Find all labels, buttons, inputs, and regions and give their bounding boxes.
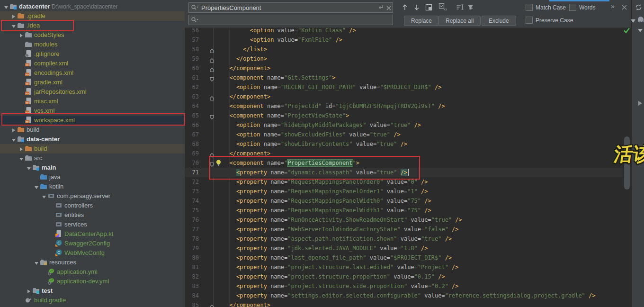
tree-row-java[interactable]: java: [0, 172, 185, 182]
code-line-62[interactable]: 62 <option name="RECENT_GIT_ROOT_PATH" v…: [185, 82, 623, 92]
code-line-68[interactable]: 68 <option name="showLibraryContents" va…: [185, 139, 623, 149]
match-case-checkbox[interactable]: Match Case: [526, 4, 566, 11]
tree-row-resources[interactable]: resources: [0, 258, 185, 267]
tree-row-compiler.xml[interactable]: <>compiler.xml: [0, 59, 185, 68]
newline-icon[interactable]: [377, 4, 384, 13]
sync-reload-icon[interactable]: [635, 3, 643, 13]
tree-row-.idea[interactable]: .idea: [0, 21, 185, 30]
code-line-71[interactable]: 71 <property name="dynamic.classpath" va…: [185, 168, 623, 177]
dropdown-arrow-icon[interactable]: [631, 16, 635, 25]
tree-row-WebMvcConfg[interactable]: CWebMvcConfg: [0, 248, 185, 258]
tree-row-gradle.xml[interactable]: <>gradle.xml: [0, 78, 185, 87]
tree-expand-arrow-icon[interactable]: [10, 306, 17, 307]
tree-row-datacenter[interactable]: datacenter D:\work_space\datacenter: [0, 2, 185, 11]
replace-field[interactable]: [188, 15, 393, 25]
code-line-61[interactable]: 61 <component name="Git.Settings">: [185, 73, 623, 82]
preserve-case-checkbox[interactable]: Preserve Case: [526, 17, 573, 24]
dropdown-arrow-icon-2[interactable]: [638, 26, 643, 34]
tree-row-application-dev.yml[interactable]: application-dev.yml: [0, 277, 185, 286]
tree-row-kotlin[interactable]: kotlin: [0, 182, 185, 191]
tree-expand-arrow-icon[interactable]: [18, 144, 25, 154]
intention-bulb-icon[interactable]: [215, 159, 222, 169]
code-line-69[interactable]: 69 </component>: [185, 149, 623, 158]
code-line-59[interactable]: 59 </option>: [185, 54, 623, 63]
tree-collapse-arrow-icon[interactable]: [18, 154, 25, 163]
tree-row-.gradle[interactable]: .gradle: [0, 11, 185, 21]
next-occurrence-icon[interactable]: [413, 4, 420, 13]
code-line-70[interactable]: 70 <component name="PropertiesComponent"…: [185, 158, 623, 168]
tree-row-workspace.xml[interactable]: <>workspace.xml: [0, 116, 185, 125]
code-line-64[interactable]: 64 <component name="ProjectId" id="1gjCb…: [185, 101, 623, 111]
code-line-57[interactable]: 57 <option value="FxmlFile" />: [185, 35, 623, 45]
code-line-82[interactable]: 82 <property name="project.structure.pro…: [185, 272, 623, 281]
code-line-81[interactable]: 81 <property name="project.structure.las…: [185, 262, 623, 272]
tree-collapse-arrow-icon[interactable]: [26, 163, 32, 173]
open-in-find-window-icon[interactable]: [425, 4, 432, 13]
code-line-75[interactable]: 75 <property name="RequestMappingsPanelW…: [185, 206, 623, 215]
code-editor[interactable]: 56 <option value="Kotlin Class" />57 <op…: [185, 0, 623, 307]
tree-row-DataCenterApp.kt[interactable]: DataCenterApp.kt: [0, 229, 185, 239]
tree-row-test[interactable]: test: [0, 286, 185, 296]
tree-expand-arrow-icon[interactable]: [10, 126, 17, 135]
tree-row-build.gradle[interactable]: build.gradle: [0, 296, 185, 305]
search-filter-funnel-icon[interactable]: [467, 4, 475, 13]
tree-row-services[interactable]: services: [0, 220, 185, 229]
search-icon[interactable]: [191, 4, 199, 13]
tree-row-application.yml[interactable]: application.yml: [0, 267, 185, 277]
clear-search-icon[interactable]: [386, 4, 392, 13]
editor-scrollbar[interactable]: [623, 27, 632, 307]
code-line-65[interactable]: 65 <component name="ProjectViewState">: [185, 111, 623, 120]
replace-all-button[interactable]: Replace all: [438, 16, 481, 26]
filter-search-results-icon[interactable]: [456, 4, 464, 13]
close-search-icon[interactable]: [621, 4, 627, 12]
select-all-occurrences-icon[interactable]: xx: [438, 3, 448, 13]
code-line-74[interactable]: 74 <property name="RequestMappingsPanelW…: [185, 196, 623, 206]
tree-expand-arrow-icon[interactable]: [18, 31, 25, 40]
tree-collapse-arrow-icon[interactable]: [10, 21, 17, 31]
code-line-85[interactable]: 85 </component>: [185, 300, 623, 307]
code-line-63[interactable]: 63 </component>: [185, 92, 623, 101]
tree-row-data-center[interactable]: data-center: [0, 135, 185, 144]
code-line-83[interactable]: 83 <property name="project.structure.sid…: [185, 281, 623, 291]
tree-row-build[interactable]: build: [0, 125, 185, 135]
match-case-box[interactable]: [526, 4, 533, 11]
code-line-72[interactable]: 72 <property name="RequestMappingsPanelO…: [185, 177, 623, 187]
replace-button[interactable]: Replace: [404, 16, 439, 26]
tree-row-main[interactable]: main: [0, 163, 185, 172]
preserve-case-box[interactable]: [526, 17, 533, 24]
code-line-77[interactable]: 77 <property name="WebServerToolWindowFa…: [185, 225, 623, 234]
code-line-76[interactable]: 76 <property name="RunOnceActivity.ShowR…: [185, 215, 623, 225]
tree-row-Swagger2Config[interactable]: CSwagger2Config: [0, 239, 185, 248]
tree-row-vcs.xml[interactable]: <>vcs.xml: [0, 106, 185, 116]
tree-row-src[interactable]: src: [0, 154, 185, 163]
tree-row-build[interactable]: build: [0, 144, 185, 154]
tree-row-modules[interactable]: modules: [0, 40, 185, 49]
tree-collapse-arrow-icon[interactable]: [3, 2, 9, 12]
fold-end-marker-icon[interactable]: [209, 303, 215, 307]
code-line-79[interactable]: 79 <property name="jdk.selected.JAVA_MOD…: [185, 244, 623, 253]
tree-row-controllers[interactable]: controllers: [0, 201, 185, 210]
search-field[interactable]: [188, 2, 393, 13]
tree-row-partial[interactable]: [0, 305, 185, 307]
code-line-66[interactable]: 66 <option name="hideEmptyMiddlePackages…: [185, 120, 623, 130]
code-line-78[interactable]: 78 <property name="aspect.path.notificat…: [185, 234, 623, 244]
tree-expand-arrow-icon[interactable]: [26, 287, 32, 296]
words-checkbox[interactable]: Words: [569, 4, 595, 11]
code-line-73[interactable]: 73 <property name="RequestMappingsPanelO…: [185, 187, 623, 196]
previous-occurrence-icon[interactable]: [402, 4, 408, 13]
words-box[interactable]: [569, 4, 576, 11]
ghost-icon[interactable]: [636, 15, 644, 26]
code-line-58[interactable]: 58 </list>: [185, 45, 623, 54]
exclude-button[interactable]: Exclude: [482, 16, 516, 26]
tree-row-com.persagy.server[interactable]: com.persagy.server: [0, 191, 185, 201]
expand-panel-arrow-icon[interactable]: [638, 99, 642, 108]
tree-collapse-arrow-icon[interactable]: [33, 182, 40, 192]
inspections-ok-icon[interactable]: [623, 27, 630, 36]
tree-collapse-arrow-icon[interactable]: [41, 192, 47, 201]
tree-row-codeStyles[interactable]: codeStyles: [0, 30, 185, 40]
tree-collapse-arrow-icon[interactable]: [10, 135, 17, 144]
tree-row-misc.xml[interactable]: <>misc.xml: [0, 97, 185, 106]
code-line-60[interactable]: 60 </component>: [185, 63, 623, 73]
replace-input[interactable]: [200, 15, 377, 25]
code-line-80[interactable]: 80 <property name="last_opened_file_path…: [185, 253, 623, 262]
